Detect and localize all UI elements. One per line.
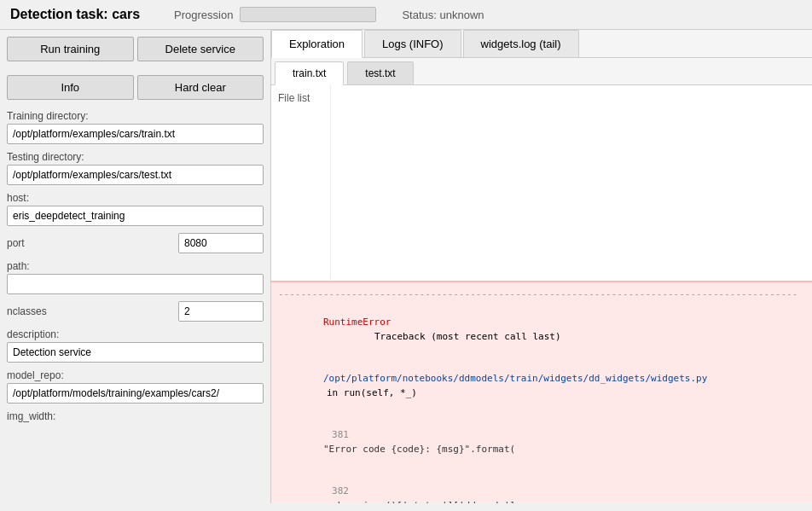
- error-filepath: /opt/platform/notebooks/ddmodels/train/w…: [323, 373, 707, 384]
- host-input[interactable]: [7, 206, 264, 226]
- nclasses-label: nclasses: [7, 305, 178, 317]
- host-label: host:: [7, 192, 264, 204]
- sub-tab-train-txt[interactable]: train.txt: [275, 61, 344, 85]
- delete-service-button[interactable]: Delete service: [137, 37, 264, 61]
- path-group: path:: [0, 257, 270, 298]
- progress-bar: [240, 7, 376, 22]
- progression-section: Progression: [174, 7, 376, 22]
- primary-btn-row: Run training Delete service: [7, 37, 264, 61]
- left-panel: Run training Delete service Info Hard cl…: [0, 30, 271, 503]
- line-num-381: 381: [323, 428, 349, 443]
- sub-tab-bar: train.txt test.txt: [271, 58, 812, 85]
- tab-widgets-log[interactable]: widgets.log (tail): [463, 30, 579, 57]
- description-input[interactable]: [7, 342, 264, 363]
- top-bar: Detection task: cars Progression Status:…: [0, 0, 812, 30]
- model-repo-label: model_repo:: [7, 369, 264, 381]
- model-repo-input[interactable]: [7, 383, 264, 404]
- error-line-381: 381 "Error code {code}: {msg}".format(: [278, 415, 805, 471]
- error-divider-top: ----------------------------------------…: [278, 287, 805, 302]
- port-input[interactable]: [178, 233, 264, 253]
- hard-clear-button[interactable]: Hard clear: [137, 75, 264, 100]
- img-width-group: img_width:: [0, 407, 270, 427]
- sub-tab-test-txt[interactable]: test.txt: [347, 61, 413, 84]
- right-panel: Exploration Logs (INFO) widgets.log (tai…: [271, 30, 812, 503]
- error-area: ----------------------------------------…: [271, 282, 812, 503]
- line-382-text: code=c.json()['status']['dd_code'],: [323, 500, 521, 504]
- file-list-area: File list: [271, 85, 812, 282]
- testing-directory-label: Testing directory:: [7, 151, 264, 163]
- progression-label: Progression: [174, 9, 233, 21]
- path-label: path:: [7, 260, 264, 272]
- file-list-label: File list: [271, 85, 331, 281]
- training-directory-input[interactable]: [7, 124, 264, 144]
- runtime-error-label: RuntimeError: [323, 316, 391, 328]
- img-width-label: img_width:: [7, 410, 264, 422]
- main-layout: Run training Delete service Info Hard cl…: [0, 30, 812, 503]
- training-directory-label: Training directory:: [7, 110, 264, 122]
- line-num-382: 382: [323, 485, 349, 499]
- file-list-content: [331, 85, 812, 281]
- port-group: port: [0, 229, 270, 257]
- path-input[interactable]: [7, 274, 264, 294]
- testing-directory-group: Testing directory:: [0, 148, 270, 189]
- tab-exploration[interactable]: Exploration: [271, 30, 362, 58]
- testing-directory-input[interactable]: [7, 165, 264, 185]
- nclasses-group: nclasses: [0, 298, 270, 325]
- main-tab-bar: Exploration Logs (INFO) widgets.log (tai…: [271, 30, 812, 58]
- host-group: host:: [0, 189, 270, 229]
- secondary-btn-row: Info Hard clear: [7, 75, 264, 100]
- model-repo-group: model_repo:: [0, 366, 270, 407]
- in-run-text: in run(self, *_): [327, 387, 417, 398]
- error-filepath-line: /opt/platform/notebooks/ddmodels/train/w…: [278, 358, 805, 415]
- traceback-text: Traceback (most recent call last): [374, 331, 561, 342]
- run-training-button[interactable]: Run training: [7, 37, 134, 61]
- line-381-text: "Error code {code}: {msg}".format(: [323, 444, 515, 455]
- description-label: description:: [7, 328, 264, 340]
- info-button[interactable]: Info: [7, 75, 134, 100]
- error-runtime-header-line: RuntimeError Traceback (most recent call…: [278, 302, 805, 358]
- nclasses-input[interactable]: [178, 301, 264, 322]
- description-group: description:: [0, 325, 270, 366]
- tab-logs-info[interactable]: Logs (INFO): [364, 30, 461, 57]
- page-title: Detection task: cars: [10, 7, 140, 22]
- port-label: port: [7, 237, 178, 249]
- status-badge: Status: unknown: [402, 9, 484, 21]
- error-line-382: 382 code=c.json()['status']['dd_code'],: [278, 471, 805, 504]
- training-directory-group: Training directory:: [0, 107, 270, 148]
